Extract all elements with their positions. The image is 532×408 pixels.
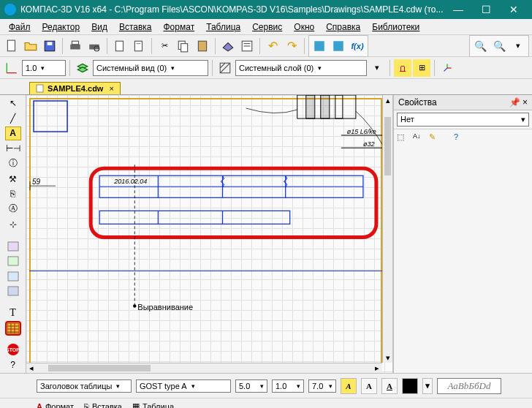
tab-table[interactable]: ▦Таблица bbox=[132, 401, 174, 408]
svg-rect-11 bbox=[181, 43, 188, 51]
tool-dimension[interactable]: ⊢⊣ bbox=[5, 142, 21, 156]
save-button[interactable] bbox=[41, 37, 58, 55]
manager-button[interactable] bbox=[311, 37, 328, 55]
maximize-button[interactable]: ☐ bbox=[472, 0, 500, 19]
doc2-button[interactable] bbox=[130, 37, 148, 55]
minimize-button[interactable]: — bbox=[444, 0, 472, 19]
tab-close-icon[interactable]: × bbox=[109, 84, 113, 93]
font-preview: АаВbБбDd bbox=[437, 378, 501, 394]
menu-libraries[interactable]: Библиотеки bbox=[366, 20, 425, 34]
axis-button[interactable] bbox=[438, 59, 456, 77]
svg-rect-4 bbox=[72, 41, 79, 45]
color-button[interactable]: ■ bbox=[402, 378, 418, 394]
print-button[interactable] bbox=[66, 37, 84, 55]
document-tab-bar: SAMPLE4.cdw × bbox=[0, 79, 532, 95]
view-dropdown[interactable]: Системный вид (0) bbox=[93, 60, 208, 76]
filter-dropdown[interactable]: Нет▾ bbox=[397, 113, 529, 126]
redo-icon: ↷ bbox=[287, 39, 297, 53]
tool-build[interactable]: ⚒ bbox=[5, 172, 21, 186]
document-tab[interactable]: SAMPLE4.cdw × bbox=[29, 82, 121, 94]
menu-view[interactable]: Вид bbox=[86, 20, 113, 34]
hatch-button[interactable] bbox=[216, 59, 234, 77]
prop-icon-3[interactable]: ✎ bbox=[429, 132, 442, 146]
coord-button[interactable] bbox=[3, 59, 20, 77]
tool-params[interactable]: ⎘ bbox=[5, 187, 21, 201]
svg-point-57 bbox=[133, 304, 136, 307]
menu-insert[interactable]: Вставка bbox=[113, 20, 158, 34]
magnet-button[interactable]: ⩍ bbox=[394, 59, 411, 77]
app-icon bbox=[4, 4, 16, 15]
prop-icon-1[interactable]: ⬚ bbox=[397, 132, 410, 146]
bold-button[interactable]: A bbox=[361, 378, 377, 394]
color-dd-button[interactable]: ▾ bbox=[422, 378, 433, 394]
document-tab-label: SAMPLE4.cdw bbox=[48, 84, 103, 93]
menu-service[interactable]: Сервис bbox=[246, 20, 288, 34]
paste-button[interactable] bbox=[194, 37, 211, 55]
layers-icon-button[interactable] bbox=[74, 59, 91, 77]
new-button[interactable] bbox=[3, 37, 20, 55]
fill-button[interactable] bbox=[219, 37, 237, 55]
prop-icon-2[interactable]: A↓ bbox=[413, 132, 426, 146]
doc1-button[interactable] bbox=[111, 37, 129, 55]
titlebar: КОМПАС-3D V16 x64 - C:\Program Files\ASC… bbox=[0, 0, 532, 19]
tool-spec4[interactable] bbox=[5, 284, 21, 298]
pin-icon[interactable]: 📌 bbox=[509, 97, 520, 107]
font-size-field[interactable]: 5.0 bbox=[235, 379, 267, 393]
menu-editor[interactable]: Редактор bbox=[37, 20, 86, 34]
fx-button[interactable]: f(x) bbox=[349, 37, 366, 55]
redo-button[interactable]: ↷ bbox=[283, 37, 300, 55]
scale-dropdown[interactable]: 1.0 bbox=[22, 60, 66, 76]
panel-close-icon[interactable]: × bbox=[522, 97, 528, 107]
variables-button[interactable] bbox=[330, 37, 347, 55]
tool-spec2[interactable] bbox=[5, 254, 21, 268]
tool-line[interactable]: ╱ bbox=[5, 112, 21, 126]
hscrollbar[interactable]: ◂ ▸ bbox=[26, 363, 382, 373]
tool-qmark[interactable]: ? bbox=[5, 358, 21, 372]
vscrollbar[interactable]: ▴ ▾ bbox=[382, 95, 392, 363]
toolbar-main: ✂ ↶ ↷ f(x) 🔍 🔍 ▾ bbox=[0, 35, 532, 57]
magnet-icon: ⩍ bbox=[400, 61, 406, 75]
height-field[interactable]: 7.0 bbox=[308, 379, 336, 393]
zoom-in-button[interactable]: 🔍 bbox=[471, 37, 489, 55]
font-dropdown[interactable]: GOST type A bbox=[136, 379, 231, 393]
underline-button[interactable]: A bbox=[381, 378, 398, 394]
tool-spec3[interactable] bbox=[5, 269, 21, 283]
print-preview-button[interactable] bbox=[86, 37, 103, 55]
params-icon: ⎘ bbox=[10, 189, 15, 199]
italic-button[interactable]: A bbox=[341, 378, 357, 394]
tool-palette: ↖ ╱ A ⊢⊣ ⓘ ⚒ ⎘ Ⓐ ⊹ T STOP ? bbox=[0, 95, 26, 373]
menu-file[interactable]: Файл bbox=[3, 20, 37, 34]
tab-insert[interactable]: ⎘Вставка bbox=[84, 402, 122, 409]
tool-table[interactable] bbox=[5, 321, 21, 336]
cut-button[interactable]: ✂ bbox=[156, 37, 173, 55]
menu-format[interactable]: Формат bbox=[158, 20, 201, 34]
tool-axis[interactable]: ⊹ bbox=[5, 217, 21, 231]
layer-dropdown[interactable]: Системный слой (0) bbox=[235, 60, 367, 76]
menu-help[interactable]: Справка bbox=[320, 20, 366, 34]
tool-text-highlight[interactable]: A bbox=[5, 126, 21, 140]
tab-format[interactable]: AФормат bbox=[37, 402, 74, 409]
tool-stop[interactable]: STOP bbox=[5, 343, 21, 357]
layer-edit-button[interactable]: ▾ bbox=[368, 59, 386, 77]
tool-measure[interactable]: Ⓐ bbox=[5, 202, 21, 216]
tool-text[interactable]: T bbox=[5, 306, 21, 320]
snap-button[interactable]: ⊞ bbox=[413, 59, 430, 77]
prop-icon-help[interactable]: ? bbox=[454, 132, 467, 146]
section-dropdown[interactable]: Заголовок таблицы bbox=[37, 379, 132, 393]
spacing-field[interactable]: 1.0 bbox=[272, 379, 304, 393]
text-t-icon: T bbox=[10, 307, 16, 319]
properties-button[interactable] bbox=[238, 37, 256, 55]
tool-spec1[interactable] bbox=[5, 239, 21, 253]
close-button[interactable]: ✕ bbox=[500, 0, 528, 19]
copy-button[interactable] bbox=[175, 37, 192, 55]
menu-window[interactable]: Окно bbox=[288, 20, 320, 34]
svg-line-25 bbox=[444, 68, 448, 72]
open-button[interactable] bbox=[22, 37, 39, 55]
zoom-more-button[interactable]: ▾ bbox=[509, 37, 527, 55]
tool-info[interactable]: ⓘ bbox=[5, 156, 21, 170]
tool-select[interactable]: ↖ bbox=[5, 97, 21, 110]
undo-button[interactable]: ↶ bbox=[264, 37, 281, 55]
drawing-canvas[interactable]: ø15 L6/ke ø32 59 bbox=[26, 95, 392, 373]
zoom-out-button[interactable]: 🔍 bbox=[490, 37, 508, 55]
menu-table[interactable]: Таблица bbox=[200, 20, 246, 34]
